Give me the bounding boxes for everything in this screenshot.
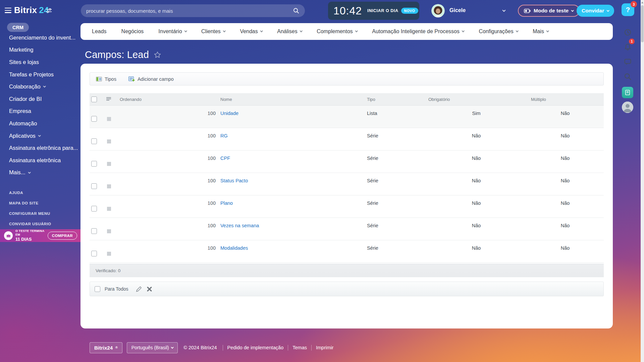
rail-profile-button[interactable] <box>620 100 636 115</box>
tab-negocios[interactable]: Negócios <box>121 28 144 35</box>
sidebar-item-tasks[interactable]: Tarefas e Projetos <box>0 68 80 81</box>
drag-handle[interactable] <box>107 184 111 188</box>
rail-search-button[interactable] <box>620 69 636 84</box>
user-avatar[interactable] <box>431 4 445 17</box>
row-checkbox[interactable] <box>91 161 97 167</box>
drag-handle[interactable] <box>107 229 111 233</box>
chevron-down-icon <box>462 29 465 32</box>
help-button[interactable]: ? 3 <box>622 3 634 16</box>
tab-complementos[interactable]: Complementos <box>317 28 357 35</box>
notifications-button[interactable]: 1 <box>620 40 636 54</box>
chevron-down-icon <box>171 346 174 349</box>
sidebar-item-company[interactable]: Empresa <box>0 105 80 118</box>
grid-settings-icon[interactable] <box>106 97 112 101</box>
field-link[interactable]: Vezes na semana <box>216 218 366 240</box>
language-selector[interactable]: Português (Brasil) <box>127 342 178 353</box>
multiplo-value: Não <box>527 150 604 173</box>
sidebar-item-bi-builder[interactable]: Criador de BI <box>0 93 80 105</box>
add-field-button[interactable]: Adicionar campo <box>128 76 174 82</box>
field-link[interactable]: Plano <box>216 195 366 218</box>
trial-banner: O TESTE TERMINA EM 11 DIAS COMPRAR <box>0 229 80 242</box>
sidebar-item-automation[interactable]: Automação <box>0 117 80 130</box>
multiplo-value: Não <box>527 106 604 128</box>
sidebar-item-sites[interactable]: Sites e lojas <box>0 56 80 68</box>
tab-analises[interactable]: Análises <box>277 28 302 35</box>
history-button[interactable] <box>620 25 636 40</box>
sidebar-item-more[interactable]: Mais... <box>0 167 80 179</box>
column-header-ordenando[interactable]: Ordenando <box>120 97 216 102</box>
delete-button[interactable] <box>147 287 152 292</box>
implementation-link[interactable]: Pedido de implementação <box>227 345 284 350</box>
bitrix-footer-logo[interactable]: Bitrix24® <box>90 342 122 353</box>
drag-handle[interactable] <box>107 162 111 166</box>
field-link[interactable]: RG <box>216 128 366 150</box>
sidebar-item-invite-user[interactable]: CONVIDAR USUÁRIO <box>0 219 80 229</box>
themes-link[interactable]: Temas <box>292 345 307 350</box>
edit-button[interactable] <box>136 286 142 292</box>
tab-vendas[interactable]: Vendas <box>240 28 262 35</box>
row-checkbox[interactable] <box>91 138 97 144</box>
buy-button[interactable]: COMPRAR <box>48 232 77 240</box>
column-header-nome[interactable]: Nome <box>216 97 366 102</box>
drag-handle[interactable] <box>107 252 111 256</box>
tipo-value: Série <box>366 150 426 173</box>
sidebar-item-marketing[interactable]: Marketing <box>0 44 80 56</box>
tab-configuracoes[interactable]: Configurações <box>479 28 518 35</box>
drag-handle[interactable] <box>107 139 111 143</box>
clock-time: 10:42 <box>333 5 362 17</box>
row-checkbox[interactable] <box>91 116 97 122</box>
content-panel: Tipos Adicionar campo Ordenando Nome Tip… <box>80 64 613 328</box>
sidebar-item-esign[interactable]: Assinatura eletrônica <box>0 154 80 167</box>
types-button[interactable]: Tipos <box>96 76 116 82</box>
field-link[interactable]: Unidade <box>216 106 366 128</box>
sidebar-item-esign-hr[interactable]: Assinatura eletrônica para... <box>0 142 80 154</box>
bitrix-logo[interactable]: Bitrix24 <box>14 5 49 15</box>
start-day-widget[interactable]: 10:42 INICIAR O DIA NOVO <box>328 2 419 20</box>
row-checkbox[interactable] <box>91 183 97 189</box>
print-link[interactable]: Imprimir <box>316 345 333 350</box>
invite-button[interactable]: Convidar <box>577 5 614 17</box>
drag-handle[interactable] <box>107 117 111 121</box>
tab-inventario[interactable]: Inventário <box>158 28 186 35</box>
favorite-star-icon[interactable] <box>154 51 161 59</box>
user-menu-chevron-icon[interactable] <box>502 9 506 12</box>
messenger-button[interactable] <box>620 54 636 69</box>
row-checkbox[interactable] <box>91 228 97 234</box>
column-header-multiplo[interactable]: Múltiplo <box>527 97 604 102</box>
widget-app-button[interactable] <box>620 85 636 100</box>
page-scrollbar[interactable] <box>641 0 644 362</box>
field-link[interactable]: Status Pacto <box>216 173 366 195</box>
sidebar-item-apps[interactable]: Aplicativos <box>0 130 80 142</box>
column-header-obrigatorio[interactable]: Obrigatório <box>426 97 527 102</box>
column-header-tipo[interactable]: Tipo <box>366 97 426 102</box>
for-all-checkbox[interactable] <box>95 286 100 292</box>
menu-icon[interactable] <box>5 8 12 14</box>
row-checkbox[interactable] <box>91 206 97 212</box>
search-placeholder: procurar pessoas, documentos, e mais <box>86 8 293 14</box>
search-input[interactable]: procurar pessoas, documentos, e mais <box>81 4 305 17</box>
select-all-checkbox[interactable] <box>91 97 97 102</box>
separator <box>288 345 288 351</box>
sidebar-item-crm[interactable]: CRM <box>7 23 29 32</box>
field-link[interactable]: Modalidades <box>216 240 366 262</box>
logo-settings-icon[interactable] <box>46 8 52 13</box>
user-name[interactable]: Gicele <box>449 7 466 13</box>
sidebar-item-configure-menu[interactable]: CONFIGURAR MENU <box>0 208 80 219</box>
tab-leads[interactable]: Leads <box>92 28 107 35</box>
multiplo-value: Não <box>527 240 604 262</box>
drag-handle[interactable] <box>107 207 111 211</box>
table-row: 100 Unidade Lista Sim Não <box>90 106 604 128</box>
sidebar-item-inventory-mgmt[interactable]: Gerenciamento do invent... <box>0 32 80 44</box>
ordenando-value: 100 <box>120 106 216 128</box>
sidebar-item-collaboration[interactable]: Colaboração <box>0 80 80 93</box>
sidebar-item-help[interactable]: AJUDA <box>0 187 80 198</box>
table-row: 100 Vezes na semana Série Não Não <box>90 218 604 240</box>
tab-automacao-processos[interactable]: Automação Inteligente de Processos <box>372 28 464 35</box>
field-link[interactable]: CPF <box>216 150 366 173</box>
test-mode-button[interactable]: Modo de teste <box>518 5 580 17</box>
obrigatorio-value: Não <box>426 173 527 195</box>
tab-mais[interactable]: Mais <box>533 28 548 35</box>
row-checkbox[interactable] <box>91 251 97 256</box>
sidebar-item-sitemap[interactable]: MAPA DO SITE <box>0 198 80 208</box>
tab-clientes[interactable]: Clientes <box>201 28 225 35</box>
